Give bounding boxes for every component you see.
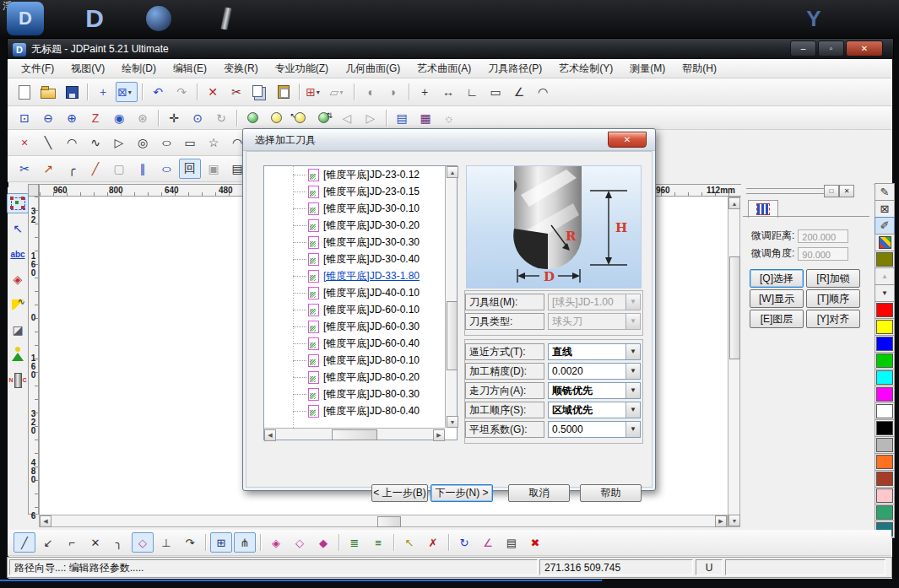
tool-curve-trace-button[interactable] [7,294,29,315]
scroll-down-arrow[interactable]: ▼ [728,515,740,526]
snap-rotate-button[interactable]: ↻ [453,532,475,553]
relief-tool-a-button[interactable]: ◖ [359,82,381,102]
menu-item-2[interactable]: 视图(V) [62,59,113,78]
color-swatch-2[interactable] [875,318,895,336]
dock-grip[interactable] [746,188,831,194]
zoom-in-button[interactable]: ⊕ [61,108,83,128]
tree-item[interactable]: [锥度平底]JD-80-0.20 [264,369,457,386]
tree-scroll-up[interactable]: ▲ [447,166,458,178]
edit-fillet-button[interactable]: ╭ [61,159,83,179]
draw-circle-button[interactable]: ◎ [132,132,154,153]
menu-item-3[interactable]: 绘制(D) [113,59,165,78]
panel-button-1[interactable]: [Q]选择 [750,269,804,288]
no-color-button[interactable]: ⊠ [875,200,895,218]
dialog-close-button[interactable]: ✕ [608,132,647,148]
bulb-pick-button[interactable] [289,108,311,128]
field-value-box[interactable]: 200.000 [798,229,848,243]
menu-item-10[interactable]: 艺术绘制(Y) [550,59,621,78]
point-tool-button[interactable]: + [92,82,114,102]
bulb-on-button[interactable] [241,108,263,128]
close-button[interactable]: ✕ [846,40,883,57]
draw-line-button[interactable]: ╲ [37,132,59,153]
view-eye-button[interactable]: ◉ [108,108,130,128]
zoom-window-button[interactable]: ⊡ [14,108,35,128]
engrave-app-icon[interactable] [208,2,245,35]
view-3d-button-dropdown-arrow[interactable]: ▾ [339,89,347,96]
tool-nc-drill-button[interactable]: NC [7,370,29,391]
menu-item-4[interactable]: 编辑(E) [165,59,215,78]
measure-angle-button[interactable]: ∠ [508,82,530,102]
tool-array-circle-button[interactable]: ◈ [7,269,29,289]
path-list-button[interactable]: ▤ [501,532,523,553]
tree-vertical-scrollbar[interactable]: ▲ ▼ [445,166,457,428]
canvas-vertical-scrollbar[interactable]: ▲ ▼ [728,197,740,527]
edit-extend-button[interactable]: ↗ [37,159,59,179]
cancel-tool-button[interactable]: ✖ [524,532,546,553]
paste-button[interactable] [273,82,295,102]
tree-item[interactable]: [锥度平底]JD-30-0.20 [264,217,457,234]
dock-close-button[interactable]: ✕ [839,185,854,197]
copy-button[interactable] [249,82,271,102]
tree-scroll-left[interactable]: ◀ [264,429,276,441]
pick-delete-button[interactable]: ✗ [422,532,444,553]
snap-intersection-button[interactable]: ✕ [84,532,106,553]
select-frame-button-dropdown-arrow[interactable]: ▾ [128,89,136,96]
zoom-previous-button[interactable]: Z [84,108,106,128]
bulb-off-button[interactable] [265,108,287,128]
measure-point-button[interactable]: + [414,82,436,102]
draw-arc-button[interactable]: ◠ [61,132,83,153]
eyedropper-button[interactable]: ✐ [875,217,895,235]
tree-item[interactable]: [锥度平底]JD-60-0.40 [264,335,457,352]
tool-eraser-button[interactable]: ◪ [7,320,29,340]
snap-layer-bottom-button[interactable]: ≣ [344,532,366,553]
draw-rectangle-button[interactable]: ▭ [179,132,201,153]
tree-item[interactable]: [锥度平底]JD-60-0.10 [264,301,457,318]
new-file-button[interactable] [14,82,35,102]
sphere-app-icon[interactable] [140,2,177,35]
snap-vertex-mid-button[interactable]: ◇ [289,532,311,553]
edit-nested-offset-button[interactable]: 回 [179,159,201,179]
menu-item-12[interactable]: 帮助(H) [674,59,725,78]
tree-scroll-down[interactable]: ▼ [447,416,458,428]
menu-item-5[interactable]: 变换(R) [215,59,267,78]
data-sheet-button[interactable]: ▦ [414,108,436,128]
snap-grid-button[interactable]: ⊞ [210,532,232,553]
combo-arrow-icon[interactable]: ▼ [626,364,640,379]
menu-item-8[interactable]: 艺术曲面(A) [409,59,479,78]
panel-button-5[interactable]: [E]图层 [750,310,804,328]
tree-item[interactable]: [锥度平底]JD-30-0.10 [264,200,457,217]
snap-layer-top-button[interactable]: ≡ [367,532,389,553]
snap-angle-button[interactable]: ∠ [477,532,499,553]
pen-tool-button[interactable]: ✎ [875,183,895,201]
jdpaint-logo-icon[interactable]: D [76,2,113,35]
maximize-button[interactable]: ▫ [818,40,844,57]
menu-item-7[interactable]: 几何曲面(G) [337,59,409,78]
tree-item[interactable]: [锥度平底]JD-80-0.40 [264,402,457,419]
tree-item[interactable]: [锥度平底]JD-80-0.10 [264,352,457,369]
cancel-button[interactable]: 取消 [508,484,570,502]
dialog-titlebar[interactable]: 选择加工刀具 ✕ [243,129,655,151]
undo-button[interactable]: ↶ [147,82,169,102]
draw-polyline-button[interactable]: ▷ [108,132,130,153]
help-button[interactable]: 帮助 [580,484,642,502]
color-swatch-1[interactable] [875,301,895,319]
snap-vertex-top-button[interactable]: ◈ [265,532,287,553]
measure-arc-button[interactable]: ◠ [532,82,554,102]
draw-point-button[interactable]: × [14,132,35,153]
layer-manager-button[interactable]: ▤ [391,108,413,128]
tree-item[interactable]: [锥度平底]JD-80-0.30 [264,386,457,402]
color-swatch-11[interactable] [875,470,895,488]
tool-tree-list[interactable]: [锥度平底]JD-23-0.12[锥度平底]JD-23-0.15[锥度平底]JD… [263,165,458,440]
color-swatch-9[interactable] [875,436,895,454]
canvas-horizontal-scrollbar[interactable]: ◀ ▶ [39,515,728,527]
snap-free-point-button[interactable]: ╱ [14,532,35,553]
draw-ellipse-button[interactable]: ○ [155,132,177,153]
combo-arrow-icon[interactable]: ▼ [626,402,640,418]
scroll-up-arrow[interactable]: ▲ [728,197,740,209]
palette-scroll-down-button[interactable]: ▼ [875,284,895,302]
combo-arrow-icon[interactable]: ▼ [626,383,640,398]
tree-item[interactable]: [锥度平底]JD-30-0.30 [264,234,457,251]
tree-hscroll-thumb[interactable] [332,429,377,440]
measure-rect-button[interactable]: ▭ [485,82,506,102]
field-value-box[interactable]: 90.000 [798,247,848,261]
